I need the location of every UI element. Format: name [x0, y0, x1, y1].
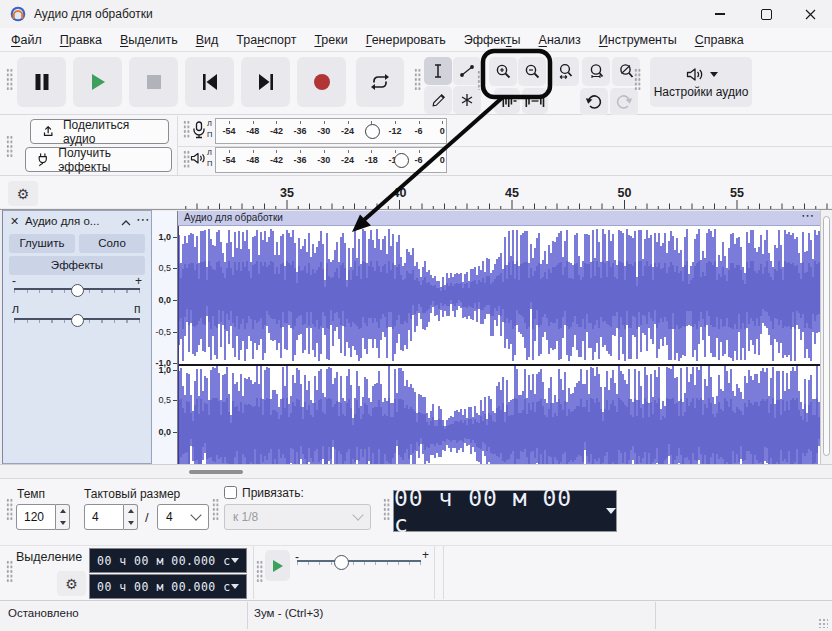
draw-tool-button[interactable]: [424, 86, 452, 114]
redo-button[interactable]: [610, 88, 638, 116]
menu-item-8[interactable]: Анализ: [530, 30, 590, 50]
selection-end-dropdown-icon[interactable]: [231, 584, 239, 589]
selection-toolbar-grip[interactable]: [6, 560, 13, 582]
record-volume-knob[interactable]: [365, 124, 380, 139]
share-audio-button[interactable]: Поделиться аудио: [30, 119, 169, 144]
record-meter-right-label: П: [207, 130, 212, 140]
time-display-value: 00 ч 00 м 00 с: [394, 485, 596, 537]
play-button[interactable]: [73, 57, 122, 107]
audio-setup-grip[interactable]: [634, 68, 641, 90]
timeline-label: 35: [280, 186, 294, 200]
resize-grip-icon[interactable]: [818, 618, 828, 628]
playback-meter[interactable]: -54-48-42-36-30-24-18-12-60: [215, 147, 447, 173]
track-close-button[interactable]: ✕: [10, 215, 19, 228]
zoom-to-selection-button[interactable]: [551, 57, 579, 86]
time-sig-up-button[interactable]: [124, 505, 137, 517]
snap-checkbox[interactable]: [224, 486, 237, 499]
fit-project-button[interactable]: [582, 57, 610, 86]
record-button[interactable]: [297, 57, 346, 107]
pause-icon: [33, 73, 51, 91]
transport-toolbar-grip[interactable]: [6, 68, 13, 90]
gain-slider-knob[interactable]: [71, 284, 84, 297]
stop-button[interactable]: [129, 57, 178, 107]
trim-audio-button[interactable]: [494, 88, 520, 114]
tools-toolbar-grip[interactable]: [414, 68, 421, 90]
multi-tool-button[interactable]: [453, 86, 481, 114]
tempo-input[interactable]: 120: [16, 504, 56, 530]
selection-end-field[interactable]: 00 ч 00 м 00.000 с: [89, 574, 247, 599]
vertical-scrollbar[interactable]: [820, 210, 832, 464]
vertical-ruler[interactable]: 1,00,50,0-0,5-1,01,00,50,0: [152, 211, 178, 464]
time-sig-lower-select[interactable]: 4: [157, 504, 209, 530]
play-at-speed-button[interactable]: [265, 550, 290, 581]
snapping-grip[interactable]: [212, 498, 219, 520]
loop-button[interactable]: [356, 57, 404, 107]
playback-volume-knob[interactable]: [394, 153, 409, 168]
pan-slider-knob[interactable]: [71, 314, 84, 327]
minimize-button[interactable]: [697, 0, 743, 28]
zoom-in-button[interactable]: [489, 57, 517, 86]
mute-button[interactable]: Глушить: [9, 234, 75, 253]
menu-item-6[interactable]: Генерировать: [357, 30, 455, 50]
tempo-up-button[interactable]: [56, 505, 69, 517]
skip-to-start-button[interactable]: [185, 57, 234, 107]
time-sig-down-button[interactable]: [124, 517, 137, 529]
selection-start-field[interactable]: 00 ч 00 м 00.000 с: [89, 548, 247, 573]
track-name[interactable]: Аудио для о...: [25, 215, 117, 227]
time-toolbar-grip[interactable]: [383, 498, 390, 520]
pause-button[interactable]: [17, 57, 66, 107]
share-toolbar-grip[interactable]: [6, 135, 13, 157]
menu-item-9[interactable]: Инструменты: [590, 30, 686, 50]
tempo-down-button[interactable]: [56, 517, 69, 529]
speed-slider-knob[interactable]: [334, 555, 349, 570]
menu-item-10[interactable]: Справка: [686, 30, 753, 50]
effects-button[interactable]: Эффекты: [9, 256, 145, 275]
menu-item-0[interactable]: Файл: [2, 30, 51, 50]
time-sig-spinner[interactable]: [124, 504, 138, 530]
record-meter-grip[interactable]: [183, 120, 190, 138]
snap-select[interactable]: к 1/8: [224, 504, 371, 530]
skip-to-end-button[interactable]: [241, 57, 290, 107]
selection-start-value: 00 ч 00 м 00.000 с: [97, 554, 231, 568]
get-effects-button[interactable]: Получить эффекты: [25, 147, 172, 172]
selection-options-button[interactable]: ⚙: [57, 571, 86, 596]
maximize-button[interactable]: [743, 0, 789, 28]
undo-button[interactable]: [580, 88, 608, 116]
horizontal-scrollbar[interactable]: [0, 464, 832, 478]
time-display[interactable]: 00 ч 00 м 00 с: [393, 490, 617, 532]
waveform-svg[interactable]: [178, 226, 820, 464]
selection-start-dropdown-icon[interactable]: [231, 558, 239, 563]
time-format-dropdown-icon[interactable]: [606, 508, 616, 514]
playback-speed-slider[interactable]: [297, 560, 421, 565]
tempo-spinner[interactable]: [56, 504, 70, 530]
selection-tool-button[interactable]: [424, 57, 452, 85]
solo-button[interactable]: Соло: [79, 234, 145, 253]
zoom-out-button[interactable]: [518, 57, 546, 86]
menu-item-4[interactable]: Транспорт: [227, 30, 305, 50]
menu-item-5[interactable]: Треки: [305, 30, 356, 50]
vertical-scrollbar-thumb[interactable]: [823, 216, 830, 456]
menu-item-3[interactable]: Вид: [187, 30, 228, 50]
close-button[interactable]: [789, 0, 832, 28]
track-collapse-icon[interactable]: [121, 220, 131, 226]
time-signature-grip[interactable]: [6, 498, 13, 520]
skip-to-start-icon: [201, 73, 219, 91]
timeline-ruler[interactable]: 3540455055: [0, 176, 832, 210]
silence-audio-button[interactable]: [522, 88, 548, 114]
menu-item-7[interactable]: Эффекты: [455, 30, 530, 50]
playback-meter-grip[interactable]: [183, 150, 190, 168]
audio-setup-button[interactable]: Настройки аудио: [650, 57, 752, 107]
track-menu-button[interactable]: ⋯: [136, 211, 150, 227]
menu-item-1[interactable]: Правка: [51, 30, 111, 50]
amplitude-tick: [173, 370, 177, 371]
horizontal-scrollbar-thumb[interactable]: [189, 470, 243, 474]
clip-header[interactable]: Аудио для обработки ⋯: [178, 211, 820, 226]
clip-menu-button[interactable]: ⋯: [801, 209, 814, 223]
edit-toolbar-grip[interactable]: [477, 70, 484, 90]
play-at-speed-grip[interactable]: [256, 560, 263, 582]
menu-item-2[interactable]: Выделить: [111, 30, 187, 50]
time-sig-upper-input[interactable]: 4: [84, 504, 124, 530]
trim-audio-icon: [497, 94, 517, 108]
record-meter[interactable]: -54-48-42-36-30-24-18-12-60: [215, 118, 447, 144]
time-sig-separator: /: [145, 510, 149, 525]
